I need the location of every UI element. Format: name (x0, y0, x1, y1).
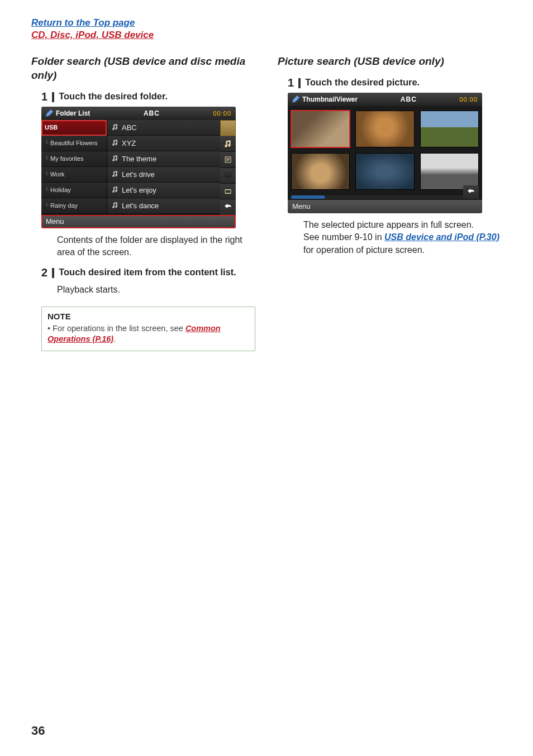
folder-item[interactable]: Work (41, 167, 107, 183)
music-note-icon (112, 171, 118, 178)
shot-center-label: ABC (358, 95, 459, 103)
left-step-1: 1 Touch the desired folder. (41, 90, 255, 103)
music-note-icon (112, 155, 118, 162)
back-icon[interactable] (220, 199, 236, 214)
back-icon[interactable] (463, 185, 479, 199)
thumbnail[interactable] (420, 111, 479, 147)
thumbnail-image (292, 154, 349, 189)
left-column: Folder search (USB device and disc media… (31, 51, 255, 351)
track-label: Let's enjoy (122, 186, 156, 194)
music-note-icon (112, 140, 118, 146)
step-instruction: Touch desired item from the content list… (59, 266, 236, 278)
scroll-handle[interactable] (220, 120, 236, 136)
thumbnail-image (421, 154, 478, 189)
right-step-1: 1 Touch the desired picture. (288, 76, 502, 89)
folder-item[interactable]: Beautiful Flowers (41, 136, 107, 151)
shot-title: Folder List (56, 109, 90, 117)
thumbnail-image (356, 154, 413, 189)
thumbnail-image (421, 111, 478, 147)
content-list: ABC XYZ The theme Let's drive Let's enjo… (107, 120, 220, 215)
pen-icon (45, 109, 54, 118)
body-line-2b: for operation of picture screen. (303, 245, 425, 255)
content-pane: ABC XYZ The theme Let's drive Let's enjo… (107, 120, 236, 215)
body-line-2a: See number 9-10 in (303, 232, 384, 242)
filter-music-icon[interactable] (220, 136, 236, 152)
track-label: Let's drive (122, 170, 155, 179)
thumbnail-row (291, 153, 479, 190)
folder-item[interactable]: Holiday (41, 183, 107, 198)
pen-icon (291, 95, 300, 104)
content-row[interactable]: XYZ (107, 136, 220, 151)
step-instruction: Touch the desired picture. (305, 76, 420, 88)
content-row[interactable]: Let's drive (107, 167, 220, 183)
folder-pane: USB Beautiful Flowers My favorites Work … (41, 120, 107, 215)
page: Return to the Top page CD, Disc, iPod, U… (0, 0, 533, 756)
body-line-1: The selected picture appears in full scr… (303, 220, 474, 229)
step-number: 1 (288, 76, 294, 89)
left-step-2: 2 Touch desired item from the content li… (41, 266, 255, 279)
shot-clock: 00:00 (213, 110, 236, 117)
filter-text-icon[interactable] (220, 152, 236, 168)
shot-header: Folder List ABC 00:00 (41, 107, 236, 120)
step-number: 1 (41, 90, 47, 103)
track-label: The theme (122, 155, 156, 163)
folder-item[interactable]: My favorites (41, 151, 107, 167)
right-column: Picture search (USB device only) 1 Touch… (278, 51, 502, 351)
step-instruction: Touch the desired folder. (59, 90, 168, 102)
side-buttons (220, 120, 236, 215)
thumbnail[interactable] (291, 153, 350, 190)
shot-header: ThumbnailViewer ABC 00:00 (288, 93, 482, 106)
music-note-icon (112, 202, 118, 209)
filter-video-icon[interactable] (220, 184, 236, 199)
right-step1-body: The selected picture appears in full scr… (303, 219, 502, 256)
content-row[interactable]: ABC (107, 120, 220, 136)
folder-item[interactable]: Rainy day (41, 198, 107, 214)
track-label: ABC (122, 123, 137, 132)
body-columns: Folder search (USB device and disc media… (31, 51, 502, 351)
step-divider (52, 92, 54, 102)
music-note-icon (112, 186, 118, 193)
note-title: NOTE (47, 312, 249, 321)
thumbnail[interactable] (420, 153, 479, 190)
scroll-indicator[interactable] (291, 195, 479, 199)
thumbnail-row (291, 111, 479, 147)
step-number: 2 (41, 266, 47, 279)
thumbnail[interactable] (355, 153, 414, 190)
thumbnail-image (292, 111, 349, 147)
shot-clock: 00:00 (459, 96, 482, 103)
section-link[interactable]: CD, Disc, iPod, USB device (31, 29, 502, 41)
shot-center-label: ABC (90, 109, 213, 117)
menu-button[interactable]: Menu (288, 200, 482, 213)
page-number: 36 (31, 724, 45, 738)
step-divider (298, 78, 301, 88)
content-row[interactable]: The theme (107, 151, 220, 167)
shot-title: ThumbnailViewer (302, 95, 358, 103)
note-suffix: . (113, 334, 116, 343)
thumbnail[interactable] (291, 111, 350, 147)
thumbnail-image (356, 111, 413, 147)
track-label: Let's dance (122, 202, 159, 210)
right-section-title: Picture search (USB device only) (278, 55, 502, 69)
folder-list-body: USB Beautiful Flowers My favorites Work … (41, 120, 236, 215)
music-note-icon (112, 124, 118, 131)
menu-button[interactable]: Menu (41, 215, 236, 228)
folder-item-usb[interactable]: USB (41, 120, 107, 136)
thumbnail[interactable] (355, 111, 414, 147)
thumbnail-viewer-screenshot: ThumbnailViewer ABC 00:00 (288, 93, 482, 213)
header-links: Return to the Top page CD, Disc, iPod, U… (31, 17, 502, 41)
step-divider (52, 268, 54, 278)
content-row[interactable]: Let's dance (107, 198, 220, 214)
usb-ipod-link[interactable]: USB device and iPod (P.30) (384, 232, 499, 242)
track-label: XYZ (122, 139, 136, 147)
folder-list-screenshot: Folder List ABC 00:00 USB Beautiful Flow… (41, 107, 236, 228)
note-box: NOTE • For operations in the list screen… (41, 307, 255, 351)
svg-rect-3 (225, 189, 231, 190)
note-body: • For operations in the list screen, see… (47, 323, 249, 345)
content-row[interactable]: Let's enjoy (107, 183, 220, 198)
top-page-link[interactable]: Return to the Top page (31, 17, 502, 29)
left-section-title: Folder search (USB device and disc media… (31, 55, 255, 82)
step2-description: Playback starts. (57, 284, 255, 296)
svg-rect-4 (225, 193, 231, 194)
step1-description: Contents of the folder are displayed in … (57, 234, 255, 259)
filter-picture-icon[interactable] (220, 168, 236, 184)
